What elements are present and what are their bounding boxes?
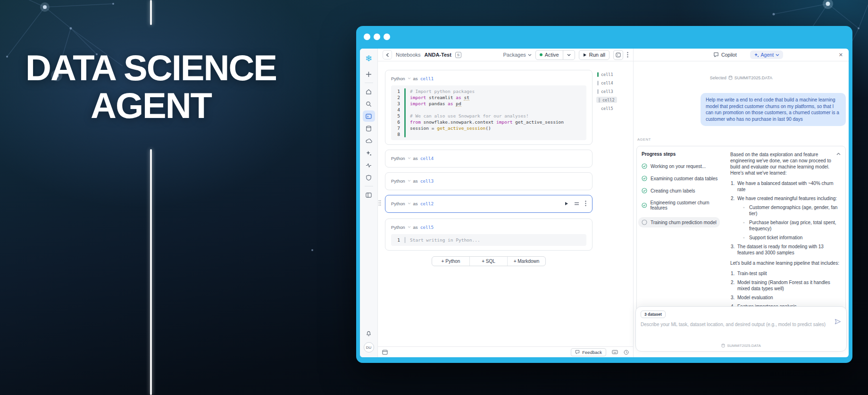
breadcrumb[interactable]: Notebooks (396, 52, 421, 58)
cell-cell2-selected[interactable]: Python as cell2 (385, 195, 593, 213)
assistant-panel-body: Selected SUMMIT2025.DATA Help me write a… (634, 61, 849, 357)
cell-list: Python as cell1 12345678 # Import python… (385, 70, 593, 346)
sublist-item: Purchase behavior (avg price, total spen… (743, 219, 841, 232)
notebook-icon (366, 113, 372, 119)
session-options-button[interactable] (563, 54, 575, 56)
cell-header: Python as cell1 (391, 74, 586, 83)
progress-step-5: Training churn prediction model (638, 217, 720, 227)
sidebar-divider (365, 83, 373, 83)
drag-handle[interactable] (378, 200, 381, 207)
notebook-area: Notebooks ANDA-Test S Packages Active (378, 49, 633, 357)
decorative-vertical-line-top (150, 0, 152, 25)
add-python-cell-button[interactable]: + Python (432, 257, 470, 266)
packages-dropdown[interactable]: Packages (503, 52, 531, 58)
dataset-count-badge[interactable]: 3 dataset (641, 311, 666, 318)
search-icon (366, 101, 372, 107)
notifications-button[interactable] (363, 328, 375, 339)
outline-item-cell4[interactable]: cell4 (597, 80, 633, 86)
run-cell-icon[interactable] (565, 202, 568, 206)
cloud-icon (366, 138, 372, 144)
outline-item-cell2[interactable]: cell2 (596, 97, 617, 103)
selected-label: Selected (710, 76, 726, 80)
code-editor[interactable]: 12345678 # Import python packagesimport … (391, 85, 586, 140)
code-editor-empty[interactable]: 1 Start writing in Python... (391, 234, 586, 246)
cell-cell4[interactable]: Python as cell4 (385, 150, 593, 168)
code-content[interactable]: # Import python packagesimport streamlit… (406, 88, 586, 137)
cell-cell3[interactable]: Python as cell3 (385, 172, 593, 190)
history-icon[interactable] (624, 350, 629, 355)
page-title-line2: AGENT (4, 87, 298, 125)
outline-item-cell3[interactable]: cell3 (597, 88, 633, 94)
notebook-statusbar: Feedback (378, 346, 633, 357)
code-content[interactable]: Start writing in Python... (406, 237, 586, 243)
cell-language-selector[interactable]: Python (391, 76, 405, 81)
chat-input[interactable] (641, 322, 826, 327)
response-list-2: Train-test split Model training (Random … (730, 270, 841, 310)
panel-left-icon (366, 192, 372, 198)
tab-agent[interactable]: Agent (750, 50, 783, 59)
run-all-button[interactable]: Run all (579, 50, 609, 60)
page-title-line1: DATA SCIENCE (4, 49, 298, 87)
cell-cell1[interactable]: Python as cell1 12345678 # Import python… (385, 70, 593, 145)
cell-name[interactable]: cell5 (420, 225, 434, 230)
send-button[interactable] (835, 319, 841, 326)
back-button[interactable] (383, 50, 392, 59)
kebab-icon[interactable] (585, 201, 586, 206)
user-avatar[interactable]: DU (364, 342, 374, 353)
cell-as-label: as (413, 178, 418, 184)
outline-item-cell1[interactable]: cell1 (597, 71, 633, 77)
window-minimize-button[interactable] (374, 34, 380, 40)
sidebar-item-admin[interactable] (363, 172, 375, 183)
session-status[interactable]: Active (536, 52, 563, 58)
keyboard-icon[interactable] (612, 350, 618, 354)
more-options-button[interactable] (627, 52, 628, 58)
notebook-title[interactable]: ANDA-Test (425, 52, 451, 58)
sidebar-item-ai-ml[interactable] (363, 147, 375, 159)
window-close-button[interactable] (364, 34, 370, 40)
sidebar-divider (365, 186, 373, 186)
sidebar-item-search[interactable] (363, 98, 375, 109)
sidebar-item-activity[interactable] (363, 160, 375, 171)
cell-name[interactable]: cell4 (420, 156, 434, 161)
cell-name[interactable]: cell2 (420, 201, 434, 206)
sidebar-item-data[interactable] (363, 123, 375, 134)
panel-bottom-icon[interactable] (382, 350, 388, 355)
sidebar-item-projects[interactable] (363, 110, 375, 122)
cell-language-selector[interactable]: Python (391, 201, 405, 206)
cell-language-selector[interactable]: Python (391, 156, 405, 161)
schema-badge: S (455, 52, 461, 58)
add-sql-cell-button[interactable]: + SQL (470, 257, 508, 266)
schedule-run-button[interactable] (613, 50, 623, 60)
check-circle-icon (642, 202, 647, 208)
create-new-button[interactable] (363, 68, 375, 80)
cell-name[interactable]: cell1 (420, 76, 434, 81)
add-markdown-cell-button[interactable]: + Markdown (508, 257, 545, 266)
add-cell-row: + Python + SQL + Markdown (385, 256, 593, 266)
collapse-card-button[interactable] (836, 151, 841, 156)
cell-name[interactable]: cell3 (420, 178, 434, 184)
close-panel-button[interactable]: ✕ (839, 52, 843, 58)
cell-menu-icon[interactable] (574, 202, 579, 205)
list-item: The dataset is ready for modeling with 1… (730, 244, 841, 256)
list-item: We have created meaningful features incl… (730, 195, 841, 241)
outline-label: cell5 (601, 106, 613, 111)
outline-item-cell5[interactable]: cell5 (597, 105, 633, 111)
cell-cell5[interactable]: Python as cell5 1 Start writing in Pytho… (385, 219, 593, 251)
sidebar-item-marketplace[interactable] (363, 135, 375, 146)
step-label: Creating churn labels (651, 188, 695, 193)
feedback-button[interactable]: Feedback (571, 348, 606, 356)
list-item: We have a balanced dataset with ~40% chu… (730, 180, 841, 193)
tab-copilot[interactable]: Copilot (713, 52, 737, 58)
snowflake-logo: ❄ (363, 53, 375, 64)
collapse-sidebar-button[interactable] (363, 189, 375, 201)
snowflake-app: ❄ (360, 49, 849, 357)
window-zoom-button[interactable] (384, 34, 390, 40)
assistant-panel: Copilot Agent ✕ Selected SUMMIT2025.DATA… (633, 49, 849, 357)
notebook-header: Notebooks ANDA-Test S Packages Active (378, 49, 633, 61)
cell-language-selector[interactable]: Python (391, 225, 405, 230)
step-label: Engineering customer churn features (651, 200, 725, 210)
sidebar-item-home[interactable] (363, 86, 375, 97)
notebook-canvas: Python as cell1 12345678 # Import python… (378, 61, 633, 346)
cell-language-selector[interactable]: Python (391, 178, 405, 184)
chevron-down-icon (528, 54, 532, 56)
